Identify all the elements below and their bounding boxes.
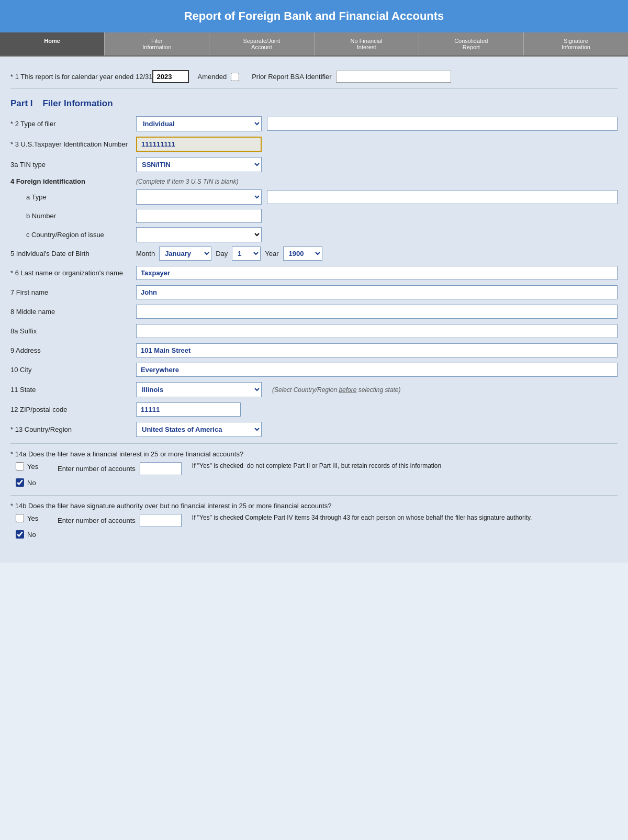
year-input[interactable] [152, 70, 189, 83]
state-row: 11 State Illinois AlabamaAlaskaArizona A… [10, 382, 618, 397]
tin-type-select[interactable]: SSN/ITIN EIN Foreign [136, 157, 262, 172]
dob-month-select[interactable]: January February March April May June Ju… [159, 247, 211, 261]
nav-item-filer-information[interactable]: FilerInformation [105, 32, 209, 55]
middle-name-input[interactable] [136, 305, 618, 319]
amended-checkbox[interactable] [231, 73, 239, 81]
dob-label: 5 Individual's Date of Birth [10, 250, 136, 257]
country-row: * 13 Country/Region United States of Ame… [10, 422, 618, 437]
q14b-num-accounts-input[interactable] [140, 514, 182, 527]
divider-1 [10, 443, 618, 444]
country-label: * 13 Country/Region [10, 425, 136, 433]
city-input[interactable] [136, 363, 618, 377]
amended-label: Amended [197, 73, 227, 81]
foreign-id-number-input[interactable] [136, 209, 262, 223]
q14a-num-accounts-area: Enter number of accounts [58, 462, 182, 475]
type-of-filer-row: * 2 Type of filer Individual Partnership… [10, 116, 618, 131]
city-row: 10 City [10, 363, 618, 377]
nav-label-no-financial: No FinancialInterest [351, 38, 383, 50]
city-label: 10 City [10, 366, 136, 374]
first-name-input[interactable] [136, 285, 618, 299]
country-select[interactable]: United States of America Canada United K… [136, 422, 262, 437]
dob-row: 5 Individual's Date of Birth Month Janua… [10, 247, 618, 261]
q14b-num-accounts-label: Enter number of accounts [58, 517, 136, 524]
q14a-yes-row: Yes Enter number of accounts If "Yes" is… [10, 462, 618, 475]
nav-label-separate: Separate/JointAccount [243, 38, 280, 50]
q14a-note: If "Yes" is checked do not complete Part… [192, 462, 618, 469]
type-of-filer-select[interactable]: Individual Partnership Corporation Conso… [136, 116, 262, 131]
foreign-id-type-row: a Type Passport Driver License Other [10, 189, 618, 205]
nav-item-signature-information[interactable]: SignatureInformation [524, 32, 628, 55]
foreign-id-country-label: c Country/Region of issue [26, 231, 136, 239]
nav-item-home[interactable]: Home [0, 32, 105, 55]
dob-controls: Month January February March April May J… [136, 247, 322, 261]
foreign-id-label: 4 Foreign identification [10, 177, 136, 185]
q14a-yes-label: Yes [27, 463, 38, 471]
part-subtitle: Filer Information [42, 98, 113, 108]
q14b-yes-option: Yes [16, 514, 58, 522]
divider-2 [10, 495, 618, 496]
foreign-id-note: (Complete if Item 3 U.S TIN is blank) [136, 178, 238, 185]
nav-item-no-financial-interest[interactable]: No FinancialInterest [315, 32, 419, 55]
q14a-no-row: No [10, 478, 618, 487]
year-row-label: * 1 This report is for calendar year end… [10, 73, 152, 81]
foreign-id-header: 4 Foreign identification (Complete if It… [10, 177, 618, 185]
state-select[interactable]: Illinois AlabamaAlaskaArizona ArkansasCa… [136, 382, 262, 397]
tin-input[interactable] [136, 137, 262, 152]
dob-day-select[interactable]: 1 2345 6789 10111213 14151617 18192021 2… [232, 247, 261, 261]
zip-label: 12 ZIP/postal code [10, 406, 136, 413]
q14b-yes-row: Yes Enter number of accounts If "Yes" is… [10, 514, 618, 527]
foreign-id-section: 4 Foreign identification (Complete if It… [10, 177, 618, 242]
state-note: (Select Country/Region before selecting … [272, 386, 400, 394]
nav-item-separate-joint[interactable]: Separate/JointAccount [209, 32, 314, 55]
foreign-id-country-select[interactable]: United States Canada United Kingdom Othe… [136, 227, 262, 242]
page-header: Report of Foreign Bank and Financial Acc… [0, 0, 628, 32]
q14b-yes-checkbox[interactable] [16, 514, 24, 522]
q14b-note-text: If "Yes" is checked Complete Part IV ite… [192, 514, 532, 521]
suffix-input[interactable] [136, 324, 618, 338]
dob-year-select[interactable]: 1900 1950 1960 1970 1975 1980 1985 1990 … [283, 247, 322, 261]
year-row: * 1 This report is for calendar year end… [10, 65, 618, 89]
last-name-row: * 6 Last name or organization's name [10, 266, 618, 280]
q14b-num-accounts-area: Enter number of accounts [58, 514, 182, 527]
part-i-title: Part I Filer Information [10, 96, 618, 109]
address-input[interactable] [136, 343, 618, 357]
foreign-id-country-row: c Country/Region of issue United States … [10, 227, 618, 242]
zip-input[interactable] [136, 402, 241, 417]
address-label: 9 Address [10, 346, 136, 354]
foreign-id-type-extra[interactable] [267, 190, 618, 204]
bsa-identifier-input[interactable] [336, 71, 451, 83]
q14a-num-accounts-input[interactable] [140, 462, 182, 475]
last-name-input[interactable] [136, 266, 618, 280]
foreign-id-number-row: b Number [10, 209, 618, 223]
q14b-no-checkbox[interactable] [16, 530, 24, 539]
nav-label-home: Home [44, 38, 60, 44]
q14b-no-label: No [27, 531, 36, 539]
q14b-title: * 14b Does the filer have signature auth… [10, 502, 618, 510]
address-row: 9 Address [10, 343, 618, 357]
q14a-yes-checkbox[interactable] [16, 462, 24, 471]
page-title: Report of Foreign Bank and Financial Acc… [184, 9, 444, 23]
tin-type-row: 3a TIN type SSN/ITIN EIN Foreign [10, 157, 618, 172]
foreign-id-type-select[interactable]: Passport Driver License Other [136, 189, 262, 205]
q14b-note: If "Yes" is checked Complete Part IV ite… [192, 514, 618, 521]
part-label: Part I [10, 98, 33, 108]
q14b-no-row: No [10, 530, 618, 539]
last-name-label: * 6 Last name or organization's name [10, 269, 136, 277]
nav-item-consolidated-report[interactable]: ConsolidatedReport [419, 32, 524, 55]
q14b-block: * 14b Does the filer have signature auth… [10, 502, 618, 539]
nav-label-consolidated: ConsolidatedReport [454, 38, 488, 50]
q14a-no-checkbox[interactable] [16, 478, 24, 487]
state-label: 11 State [10, 386, 136, 394]
tin-row: * 3 U.S.Taxpayer Identification Number [10, 137, 618, 152]
middle-name-row: 8 Middle name [10, 305, 618, 319]
zip-row: 12 ZIP/postal code [10, 402, 618, 417]
type-of-filer-extra[interactable] [267, 117, 618, 131]
q14a-note-text: If "Yes" is checked do not complete Part… [192, 462, 441, 469]
nav-label-signature: SignatureInformation [562, 38, 590, 50]
year-text: Year [265, 250, 278, 257]
day-text: Day [216, 250, 228, 257]
nav-label-filer: FilerInformation [142, 38, 171, 50]
first-name-row: 7 First name [10, 285, 618, 299]
month-text: Month [136, 250, 155, 257]
bsa-label: Prior Report BSA Identifier [252, 73, 331, 81]
